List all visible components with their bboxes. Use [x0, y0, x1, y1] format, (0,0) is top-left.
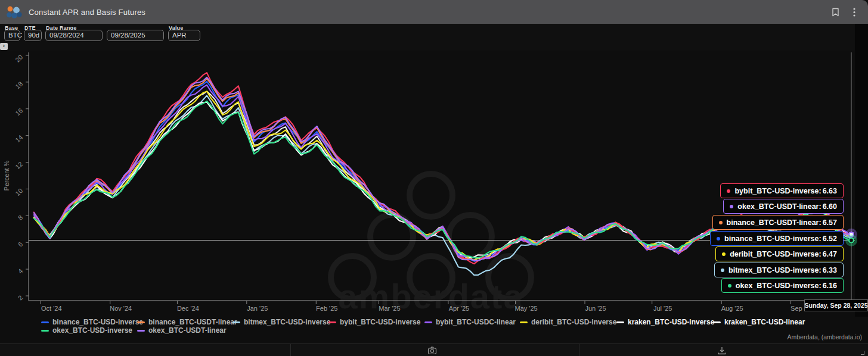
widget-constant-apr-basis-futures: Constant APR and Basis Futures Base DTE … — [0, 0, 868, 356]
y-tick-label: 8 — [17, 214, 24, 221]
camera-icon[interactable] — [427, 346, 437, 355]
tooltip-item-binance_BTC-USDT-linear: binance_BTC-USDT-linear:6.57 — [712, 215, 844, 230]
legend-item-kraken_BTC-USD-inverse[interactable]: kraken_BTC-USD-inverse — [616, 318, 714, 326]
legend-label: bybit_BTC-USD-inverse — [340, 318, 420, 326]
legend-color-dash — [520, 321, 528, 323]
tooltip-series-dot — [721, 268, 724, 272]
y-tick-label: 20 — [14, 54, 24, 64]
toolbar-divider — [290, 344, 291, 356]
legend-item-kraken_BTC-USD-linear[interactable]: kraken_BTC-USD-linear — [713, 318, 805, 326]
legend-color-dash — [232, 321, 240, 323]
dte-input[interactable]: 90d — [24, 30, 42, 41]
x-tick-label: Jul '25 — [653, 305, 672, 312]
attribution-text: Amberdata, (amberdata.io) — [788, 333, 862, 341]
tooltip-series-dot — [728, 284, 731, 288]
y-axis-title: Percent % — [3, 160, 10, 191]
legend-color-dash — [616, 321, 624, 323]
sidebar-expand-button[interactable]: › — [0, 43, 8, 50]
x-tick-label: Jun '25 — [585, 305, 606, 312]
value-input[interactable]: APR — [168, 30, 200, 41]
tooltip-item-okex_BTC-USDT-linear: okex_BTC-USDT-linear:6.60 — [723, 199, 844, 214]
tooltip-series-dot — [730, 205, 733, 208]
legend-label: kraken_BTC-USD-inverse — [628, 318, 714, 326]
legend-item-bitmex_BTC-USD-inverse[interactable]: bitmex_BTC-USD-inverse — [232, 318, 330, 326]
legend-label: kraken_BTC-USD-linear — [724, 318, 805, 326]
legend-item-binance_BTC-USDT-linear[interactable]: binance_BTC-USDT-linear — [137, 318, 237, 326]
legend-label: binance_BTC-USDT-linear — [148, 318, 237, 326]
x-tick-label: Apr '25 — [449, 305, 470, 312]
legend-item-binance_BTC-USD-inverse[interactable]: binance_BTC-USD-inverse — [41, 318, 143, 326]
tooltip-series-value: 6.47 — [823, 250, 837, 258]
legend-color-dash — [424, 321, 432, 323]
tooltip-series-value: 6.60 — [823, 202, 837, 211]
download-icon[interactable] — [717, 346, 727, 355]
base-input[interactable]: BTC — [4, 30, 20, 41]
tooltip-series-value: 6.52 — [823, 235, 837, 243]
tooltip-series-dot — [717, 237, 720, 241]
tooltip-series-dot — [719, 221, 723, 224]
y-tick-label: 6 — [17, 241, 24, 248]
resize-grip-icon[interactable] — [861, 351, 864, 355]
x-tick-label: Aug '25 — [721, 305, 743, 312]
tooltip-series-value: 6.57 — [823, 218, 837, 227]
tooltip-item-binance_BTC-USD-inverse: binance_BTC-USD-inverse:6.52 — [710, 231, 844, 246]
tooltip-series-label: deribit_BTC-USD-inverse:6.47 — [730, 250, 837, 258]
x-tick-label: Jan '25 — [247, 305, 268, 312]
page-title: Constant APR and Basis Futures — [29, 8, 145, 17]
legend-item-bybit_BTC-USDC-linear[interactable]: bybit_BTC-USDC-linear — [424, 318, 516, 326]
kebab-menu-icon[interactable] — [849, 7, 860, 17]
legend-item-deribit_BTC-USD-inverse[interactable]: deribit_BTC-USD-inverse — [520, 318, 616, 326]
legend-label: okex_BTC-USD-inverse — [52, 326, 132, 335]
y-tick-label: 10 — [14, 187, 24, 197]
filter-bar: Base DTE Date Range Value BTC 90d 09/28/… — [0, 24, 868, 51]
legend-label: bybit_BTC-USDC-linear — [436, 318, 516, 326]
y-tick-label: 18 — [14, 80, 24, 90]
tooltip-series-label: okex_BTC-USDT-linear:6.60 — [737, 202, 837, 211]
toolbar-divider — [579, 344, 579, 356]
x-tick-label: Mar '25 — [379, 305, 400, 312]
y-tick-label: 16 — [14, 107, 24, 117]
x-tick-label: May '25 — [514, 305, 537, 312]
tooltip-series-label: bybit_BTC-USD-inverse:6.63 — [734, 187, 837, 195]
watermark-text: amberdata — [338, 277, 523, 316]
end-marker — [849, 238, 854, 243]
tooltip-item-bybit_BTC-USD-inverse: bybit_BTC-USD-inverse:6.63 — [720, 183, 844, 198]
x-tick-label: Nov '24 — [110, 305, 132, 312]
legend-color-dash — [328, 321, 336, 323]
legend-label: deribit_BTC-USD-inverse — [531, 318, 616, 326]
tooltip-item-deribit_BTC-USD-inverse: deribit_BTC-USD-inverse:6.47 — [715, 246, 844, 261]
tooltip-item-okex_BTC-USD-inverse: okex_BTC-USD-inverse:6.16 — [721, 278, 844, 293]
tooltip-series-label: bitmex_BTC-USD-inverse:6.33 — [728, 266, 837, 274]
legend-item-okex_BTC-USD-inverse[interactable]: okex_BTC-USD-inverse — [41, 326, 132, 335]
tooltip-series-dot — [727, 189, 730, 193]
header-bar: Constant APR and Basis Futures — [0, 0, 868, 24]
tooltip-series-label: binance_BTC-USD-inverse:6.52 — [724, 235, 837, 243]
date-start-input[interactable]: 09/28/2024 — [45, 30, 103, 41]
legend-color-dash — [41, 330, 49, 332]
legend-color-dash — [41, 321, 49, 323]
legend-color-dash — [713, 321, 721, 323]
legend-color-dash — [137, 330, 145, 332]
crosshair-date-tooltip: Sunday, Sep 28, 2025 — [804, 299, 868, 311]
x-tick-label: Oct '24 — [41, 305, 62, 312]
tooltip-series-value: 6.16 — [823, 282, 837, 290]
x-tick-label: Dec '24 — [177, 305, 199, 312]
tooltip-series-label: okex_BTC-USD-inverse:6.16 — [736, 282, 837, 290]
tooltip-series-dot — [722, 252, 726, 256]
legend-item-okex_BTC-USDT-linear[interactable]: okex_BTC-USDT-linear — [137, 326, 227, 335]
y-tick-label: 12 — [14, 160, 24, 170]
watermark-logo: amberdata — [331, 174, 531, 316]
legend-color-dash — [137, 321, 145, 323]
legend-label: binance_BTC-USD-inverse — [52, 318, 143, 326]
legend-item-bybit_BTC-USD-inverse[interactable]: bybit_BTC-USD-inverse — [328, 318, 420, 326]
date-end-input[interactable]: 09/28/2025 — [107, 30, 164, 41]
legend-label: okex_BTC-USDT-linear — [148, 326, 227, 335]
y-tick-label: 14 — [14, 133, 24, 143]
y-tick-label: 2 — [17, 294, 24, 302]
bookmark-icon[interactable] — [830, 7, 841, 17]
tooltip-series-label: binance_BTC-USDT-linear:6.57 — [727, 218, 837, 227]
watermark-circle — [410, 174, 452, 217]
tooltip-item-bitmex_BTC-USD-inverse: bitmex_BTC-USD-inverse:6.33 — [714, 263, 844, 277]
tooltip-series-value: 6.63 — [823, 187, 837, 195]
legend-label: bitmex_BTC-USD-inverse — [244, 318, 330, 326]
